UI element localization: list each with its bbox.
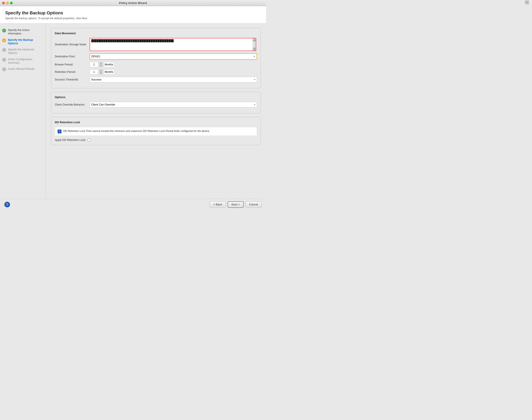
sidebar-item-wizard-results[interactable]: ○ Action Wizard Results [0,66,45,73]
destination-node-container: ████████████████████████████████████████… [90,38,256,51]
browse-period-container: ▲ ▼ Days Weeks Months Years [90,62,115,67]
sidebar: ✓ Specify the Action Information ● Speci… [0,24,46,199]
sidebar-item-action-information[interactable]: ✓ Specify the Action Information [0,27,45,37]
scroll-up-arrow[interactable]: ▲ [253,38,256,41]
browse-period-input[interactable] [90,62,98,67]
dd-retention-lock-section: DD Retention Lock i DD Retention Lock Ti… [51,117,261,145]
retention-period-input[interactable] [90,69,98,75]
step-icon-done: ✓ [2,29,6,32]
maximize-button[interactable] [10,2,13,4]
data-movement-section: Data Movement Destination Storage Node: … [51,28,261,88]
browse-period-down[interactable]: ▼ [99,64,103,67]
success-threshold-wrapper: Success Partial Success Failure [90,77,257,82]
retention-period-container: ▲ ▼ Days Weeks Months Years [90,69,115,75]
destination-pool-select[interactable]: DDVE1 Default Pool Other [90,54,257,59]
data-movement-title: Data Movement [55,32,257,35]
retention-period-up[interactable]: ▲ [99,69,103,72]
destination-node-label: Destination Storage Node: [55,43,90,46]
retention-period-label: Retention Period: [55,70,90,74]
success-threshold-select[interactable]: Success Partial Success Failure [90,77,257,82]
window-title: Policy Action Wizard [119,1,147,5]
success-threshold-row: Success Threshold: Success Partial Succe… [55,77,257,82]
content-area: Data Movement Destination Storage Node: … [46,24,266,199]
client-override-wrapper: Client Can Override Client Cannot Overri… [90,102,257,107]
destination-pool-wrapper: DDVE1 Default Pool Other [90,53,257,60]
retention-period-unit-select[interactable]: Days Weeks Months Years [103,69,115,75]
footer: ? < Back Next > Cancel [0,199,266,210]
sidebar-item-label: Specify the Action Information [8,28,43,36]
options-title: Options [55,95,257,99]
client-override-row: Client Override Behavior: Client Can Ove… [55,102,257,107]
destination-pool-row: Destination Pool: DDVE1 Default Pool Oth… [55,53,257,60]
browse-period-label: Browse Period: [55,63,90,66]
retention-period-row: Retention Period: ▲ ▼ Days Weeks Months … [55,69,257,75]
info-box: i DD Retention Lock Time cannot exceed t… [55,127,257,136]
close-button[interactable] [2,2,5,4]
minimize-button[interactable] [6,2,9,4]
client-override-select[interactable]: Client Can Override Client Cannot Overri… [90,102,257,107]
info-text: DD Retention Lock Time cannot exceed the… [63,129,210,133]
sidebar-item-configuration-summary[interactable]: ○ Action Configuration Summary [0,56,45,66]
page-title: Specify the Backup Options [5,11,261,15]
retention-period-down[interactable]: ▼ [99,72,103,75]
sidebar-item-backup-options[interactable]: ● Specify the Backup Options [0,37,45,47]
info-icon: i [58,130,61,134]
client-override-label: Client Override Behavior: [55,103,90,106]
apply-dd-retention-label: Apply DD Retention Lock: [55,138,86,142]
help-button[interactable]: ? [4,202,10,207]
step-icon-pending: ○ [2,58,6,62]
success-threshold-label: Success Threshold: [55,78,90,81]
browse-period-unit-select[interactable]: Days Weeks Months Years [103,62,115,67]
footer-right: < Back Next > Cancel [209,201,262,208]
main-layout: ✓ Specify the Action Information ● Speci… [0,24,266,199]
sidebar-item-label: Action Configuration Summary [8,58,43,65]
footer-left: ? [4,202,10,207]
step-icon-pending: ○ [2,67,6,71]
scrollbar: ▲ ▼ [253,38,256,51]
dd-retention-lock-title: DD Retention Lock [55,120,257,124]
apply-dd-retention-row: Apply DD Retention Lock: [55,138,257,142]
sidebar-item-label: Action Wizard Results [8,67,34,71]
titlebar: Policy Action Wizard [0,0,266,6]
page-subtitle: Specify the backup options. To accept th… [5,17,261,20]
sidebar-item-advanced-options[interactable]: ○ Specify the Advanced Options [0,46,45,56]
sidebar-item-label: Specify the Advanced Options [8,48,43,55]
browse-period-row: Browse Period: ▲ ▼ Days Weeks Months Yea… [55,62,257,67]
back-button[interactable]: < Back [209,201,226,208]
next-button[interactable]: Next > [228,201,244,208]
browse-period-up[interactable]: ▲ [99,62,103,64]
apply-dd-retention-checkbox[interactable] [88,139,90,142]
step-icon-current: ● [2,38,6,42]
destination-pool-label: Destination Pool: [55,55,90,58]
step-icon-pending: ○ [2,48,6,52]
options-section: Options Client Override Behavior: Client… [51,92,261,113]
retention-period-spinner: ▲ ▼ [99,69,103,75]
scroll-down-arrow[interactable]: ▼ [253,47,256,51]
sidebar-item-label: Specify the Backup Options [8,38,43,45]
traffic-lights [2,2,13,4]
header-area: Specify the Backup Options Specify the b… [0,6,266,24]
cancel-button[interactable]: Cancel [246,201,262,208]
destination-node-input[interactable]: ████████████████████████████████████████… [90,38,253,51]
destination-node-row: Destination Storage Node: ██████████████… [55,38,257,51]
browse-period-spinner: ▲ ▼ [99,62,103,67]
